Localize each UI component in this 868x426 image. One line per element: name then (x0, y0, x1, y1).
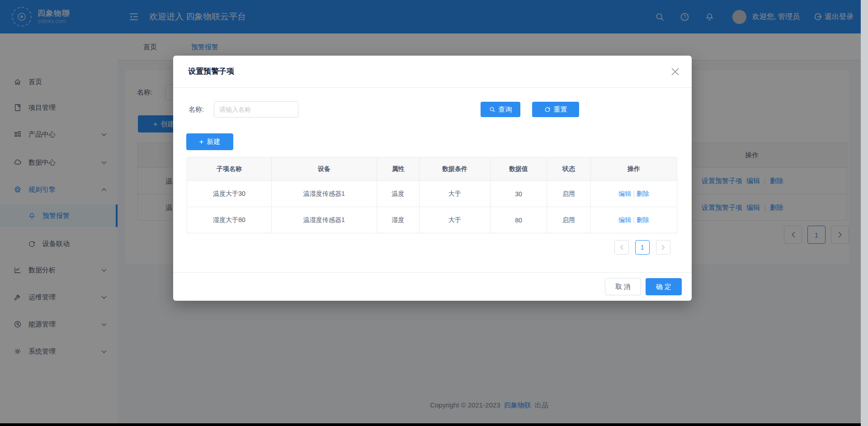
cell-status: 启用 (547, 181, 591, 207)
page-number-button[interactable]: 1 (635, 240, 650, 255)
cell-attribute: 湿度 (377, 207, 420, 233)
col-attribute: 属性 (377, 157, 420, 181)
edit-link[interactable]: 编辑 (618, 216, 631, 223)
cell-operations: 编辑 | 删除 (591, 207, 677, 233)
reset-button[interactable]: 重置 (532, 102, 579, 117)
prev-page-button[interactable] (614, 240, 629, 255)
col-subitem-name: 子项名称 (187, 157, 272, 181)
modal-footer-divider (173, 272, 692, 273)
modal-pagination: 1 (614, 240, 670, 255)
cell-value: 30 (491, 181, 547, 207)
col-condition: 数据条件 (420, 157, 491, 181)
modal-filter-label: 名称: (189, 101, 204, 118)
cell-name: 湿度大于80 (187, 207, 272, 233)
subitem-table: 子项名称 设备 属性 数据条件 数据值 状态 操作 温度大于30 温湿度传感器1… (187, 157, 677, 233)
cell-condition: 大于 (420, 181, 491, 207)
refresh-icon (544, 106, 551, 113)
set-alarm-subitem-modal: 设置预警子项 名称: 查询 重置 + (173, 56, 692, 301)
cell-status: 启用 (547, 207, 591, 233)
query-button[interactable]: 查询 (481, 102, 520, 117)
app-screen: 四象物聯 sxlinks.com 欢迎进入 四象物联云平台 ? (0, 0, 868, 426)
new-label: 新建 (207, 137, 220, 146)
cancel-button[interactable]: 取 消 (605, 278, 641, 295)
new-subitem-button[interactable]: + 新建 (186, 133, 233, 150)
table-row: 温度大于30 温湿度传感器1 温度 大于 30 启用 编辑 | 删除 (187, 181, 677, 207)
cell-attribute: 温度 (377, 181, 420, 207)
confirm-button[interactable]: 确 定 (646, 278, 682, 295)
cell-condition: 大于 (420, 207, 491, 233)
close-icon[interactable] (671, 68, 679, 76)
vertical-scrollbar[interactable] (861, 0, 868, 426)
plus-icon: + (199, 138, 204, 146)
cell-operations: 编辑 | 删除 (591, 181, 677, 207)
delete-link[interactable]: 删除 (637, 190, 649, 197)
next-page-button[interactable] (656, 240, 670, 255)
col-value: 数据值 (491, 157, 547, 181)
col-device: 设备 (272, 157, 377, 181)
table-row: 湿度大于80 温湿度传感器1 湿度 大于 80 启用 编辑 | 删除 (187, 207, 677, 233)
cell-device: 温湿度传感器1 (272, 207, 377, 233)
modal-title: 设置预警子项 (188, 56, 234, 87)
search-icon (489, 106, 495, 113)
divider: | (633, 190, 635, 197)
modal-name-input[interactable] (214, 101, 298, 118)
cell-device: 温湿度传感器1 (272, 181, 377, 207)
cell-name: 温度大于30 (187, 181, 272, 207)
table-header-row: 子项名称 设备 属性 数据条件 数据值 状态 操作 (187, 157, 677, 181)
divider: | (633, 216, 635, 223)
edit-link[interactable]: 编辑 (618, 190, 631, 197)
col-status: 状态 (547, 157, 591, 181)
modal-header-divider (173, 87, 692, 88)
col-operations: 操作 (591, 157, 677, 181)
cell-value: 80 (491, 207, 547, 233)
window-bottom-edge (0, 423, 861, 426)
query-label: 查询 (499, 105, 512, 114)
reset-label: 重置 (554, 105, 567, 114)
delete-link[interactable]: 删除 (637, 216, 649, 223)
